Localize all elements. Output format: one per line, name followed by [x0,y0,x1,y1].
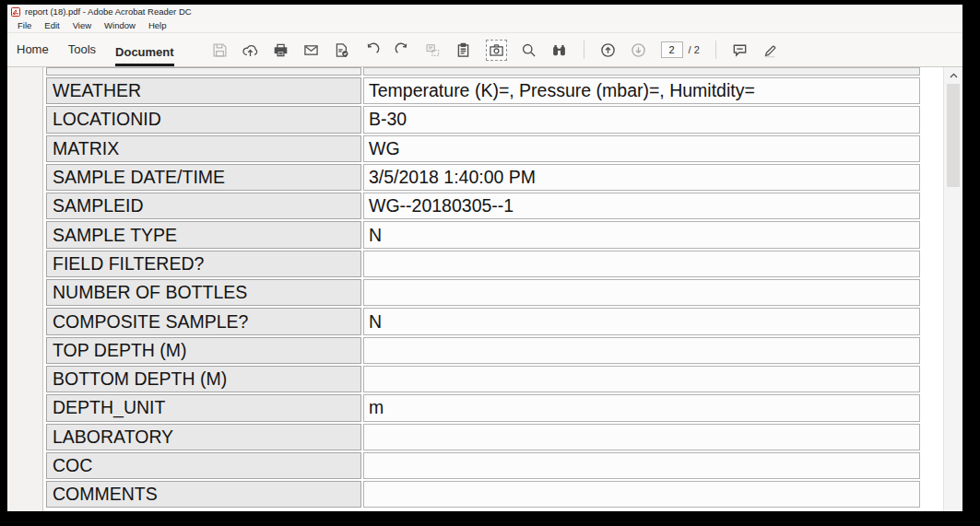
row-value-cell [363,452,920,479]
scroll-up-button[interactable] [944,69,962,82]
menu-item-file[interactable]: File [11,20,38,30]
previous-page-icon [600,42,616,58]
page-number-input[interactable] [661,41,683,58]
row-value-cell: 3/5/2018 1:40:00 PM [363,164,920,191]
print-button[interactable] [273,41,289,58]
row-label-cell: SAMPLE DATE/TIME [46,164,361,191]
snapshot-camera-icon [489,42,504,58]
row-label-cell: SAMPLEID [46,193,361,219]
row-value-cell: N [363,308,920,334]
row-value-cell: B-30 [363,106,920,133]
table-row: MATRIXWG [46,135,920,162]
table-row-partial [46,67,920,76]
page-total-label: / 2 [689,44,700,55]
tab-home[interactable]: Home [17,33,49,66]
comment-button[interactable] [732,41,749,58]
tab-document[interactable]: Document [115,36,174,66]
row-label-cell: WEATHER [46,77,361,104]
search-icon [521,42,537,58]
next-page-icon [631,42,646,58]
search-button[interactable] [521,41,537,58]
table-row: SAMPLEIDWG--20180305--1 [46,193,920,219]
row-label-cell: LABORATORY [46,424,361,450]
row-label-cell [46,67,361,76]
table-row: COMPOSITE SAMPLE?N [46,308,920,334]
next-page-button[interactable] [631,41,647,58]
undo-icon [364,42,380,58]
document-check-icon [334,42,349,58]
table-row: SAMPLE DATE/TIME3/5/2018 1:40:00 PM [46,164,920,191]
email-icon [303,42,319,58]
share-upload-icon [242,42,258,58]
previous-page-button[interactable] [600,41,617,58]
redo-button[interactable] [395,41,411,58]
menu-item-view[interactable]: View [66,20,98,30]
menu-item-edit[interactable]: Edit [38,20,65,30]
table-row: SAMPLE TYPEN [46,221,920,248]
row-label-cell: DEPTH_UNIT [46,394,361,421]
highlight-button[interactable] [762,41,779,58]
row-value-cell [363,67,920,76]
clipboard-button[interactable] [455,41,472,58]
toolbar-divider [584,41,584,59]
menubar: FileEditViewWindowHelp [7,18,962,32]
row-value-cell [363,279,920,306]
save-icon [212,42,228,58]
row-value-cell [363,481,920,508]
toolbar-icons: / 2 [212,40,779,61]
redo-icon [395,42,410,58]
menu-item-window[interactable]: Window [98,20,142,30]
field-table: WEATHERTemperature (K)=, Pressure (mbar)… [46,67,920,509]
pdf-file-icon [11,7,20,17]
row-value-cell: Temperature (K)=, Pressure (mbar)=, Humi… [363,77,920,104]
comment-icon [732,42,748,58]
row-value-cell: m [363,394,920,421]
undo-button[interactable] [364,41,381,58]
select-object-button[interactable] [425,41,442,58]
menu-item-help[interactable]: Help [142,20,173,30]
row-label-cell: BOTTOM DEPTH (M) [46,366,361,392]
snapshot-button[interactable] [486,40,507,61]
toolbar-tabs: Home Tools Document [17,33,194,66]
row-label-cell: FIELD FILTERED? [46,251,361,277]
table-row: DEPTH_UNITm [46,394,920,421]
table-row: BOTTOM DEPTH (M) [46,366,920,392]
tab-tools[interactable]: Tools [68,33,96,66]
scrollbar-thumb[interactable] [947,84,960,187]
print-icon [273,42,289,58]
window-title: report (18).pdf - Adobe Acrobat Reader D… [25,6,192,17]
row-label-cell: TOP DEPTH (M) [46,337,361,364]
toolbar: Home Tools Document [7,32,962,67]
row-value-cell [363,366,920,392]
table-row: COMMENTS [46,481,920,508]
save-button[interactable] [212,41,229,58]
table-row: TOP DEPTH (M) [46,337,920,364]
screen-frame: report (18).pdf - Adobe Acrobat Reader D… [0,0,980,526]
document-page[interactable]: WEATHERTemperature (K)=, Pressure (mbar)… [7,67,962,511]
table-row: LOCATIONIDB-30 [46,106,920,133]
share-button[interactable] [242,41,259,58]
row-value-cell [363,251,920,277]
page-navigation: / 2 [661,41,700,58]
chevron-up-icon [950,73,958,78]
row-label-cell: NUMBER OF BOTTLES [46,279,361,306]
binoculars-icon [551,42,567,58]
left-pane-strip[interactable] [7,67,43,511]
table-row: FIELD FILTERED? [46,251,920,277]
table-row: LABORATORY [46,424,920,450]
acrobat-window: report (18).pdf - Adobe Acrobat Reader D… [7,5,962,511]
table-row: COC [46,452,920,479]
vertical-scrollbar[interactable] [943,67,962,511]
sign-export-button[interactable] [334,41,350,58]
select-object-icon [425,42,441,58]
row-label-cell: COMPOSITE SAMPLE? [46,308,361,334]
advanced-search-button[interactable] [551,41,568,58]
window-titlebar: report (18).pdf - Adobe Acrobat Reader D… [7,5,962,18]
email-button[interactable] [303,41,320,58]
row-value-cell: WG [363,135,920,162]
table-row: WEATHERTemperature (K)=, Pressure (mbar)… [46,77,920,104]
row-value-cell: N [363,221,920,248]
toolbar-divider [715,41,716,59]
row-label-cell: LOCATIONID [46,106,361,133]
row-value-cell [363,424,920,450]
